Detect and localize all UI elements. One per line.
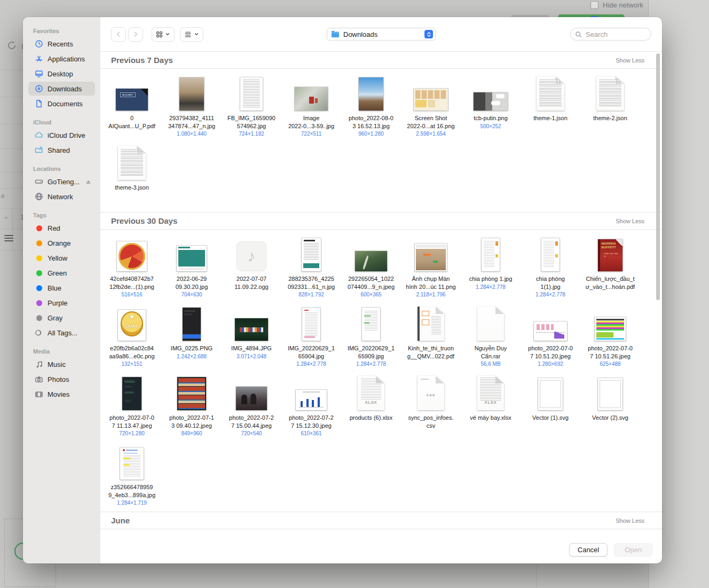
sidebar-item-gray[interactable]: Gray	[28, 311, 95, 325]
file-item[interactable]: Kinh_te_thi_truon g__QMV...022.pdf	[401, 303, 461, 373]
sidebar-item-gotieng[interactable]: GoTieng...	[28, 175, 95, 189]
file-info: 2.118×1.796	[416, 292, 445, 297]
sidebar-item-green[interactable]: Green	[28, 266, 95, 280]
sidebar-item-all-tags[interactable]: All Tags...	[28, 326, 95, 340]
file-item[interactable]: photo_2022-07-0 7 10.51.26.jpeg625×488	[580, 303, 640, 373]
sidebar-section-label: Tags	[23, 209, 100, 221]
tag-dot-icon	[36, 225, 42, 231]
file-info: 1.280×692	[538, 361, 563, 367]
icon-view-button[interactable]	[152, 27, 175, 42]
file-item[interactable]: tcb-putin.png500×252	[461, 73, 521, 143]
sidebar-item-photos[interactable]: Photos	[28, 372, 95, 386]
sidebar-item-red[interactable]: Red	[28, 221, 95, 235]
sidebar-item-recents[interactable]: Recents	[28, 37, 95, 51]
sidebar-item-orange[interactable]: Orange	[28, 236, 95, 250]
file-item[interactable]: IMG_20220629_1 65909.jpg1.284×2.778	[341, 303, 401, 373]
file-item[interactable]: AIQUANT0 AIQuant...U_P.pdf	[102, 73, 162, 143]
file-item[interactable]: ★QUAYe20fb2b6a02c84 aa9a86...e0c.png132×…	[102, 303, 162, 373]
checkbox[interactable]	[590, 1, 598, 9]
file-item[interactable]: photo_2022-07-0 7 11.13.47.jpeg720×1.280	[102, 373, 162, 442]
sidebar-item-applications[interactable]: Applications	[28, 52, 95, 66]
stepper-icon	[424, 30, 433, 38]
file-name: photo_2022-07-0 7 10.51.20.jpeg	[528, 344, 573, 360]
file-item[interactable]: WARREN BUFFETTchiến lược đầu tưChiến_lượ…	[580, 234, 640, 303]
file-name: Image 2022-0...3-59..jpg	[288, 114, 334, 130]
file-item[interactable]: photo_2022-07-2 7 15.12.30.jpeg610×361	[281, 373, 341, 442]
file-item[interactable]: photo_2022-08-0 3 16.52.13.jpg960×1.280	[341, 73, 401, 143]
file-item[interactable]: theme-1.json	[521, 73, 580, 143]
file-item[interactable]: 292265054_1022 074409...9_n.jpeg600×365	[341, 234, 401, 303]
file-info: 1.284×2.778	[476, 284, 506, 290]
sidebar-item-music[interactable]: Music	[28, 357, 95, 371]
sidebar-item-icloud-drive[interactable]: iCloud Drive	[28, 128, 95, 142]
file-item[interactable]: chia phòng 1(1).jpg1.284×2.778	[521, 234, 580, 303]
file-item[interactable]: Image 2022-0...3-59..jpg722×511	[281, 73, 341, 143]
file-item[interactable]: photo_2022-07-2 7 15.00.44.jpeg720×540	[222, 373, 281, 442]
sidebar-item-documents[interactable]: Documents	[28, 97, 95, 111]
file-item[interactable]: theme-3.json	[102, 143, 162, 212]
file-item[interactable]: Screen Shot 2022-0...at 16.png2.598×1.65…	[401, 73, 461, 143]
sidebar-item-shared[interactable]: Shared	[28, 143, 95, 157]
search-field[interactable]	[570, 28, 651, 41]
sidebar-item-label: Red	[48, 224, 60, 232]
file-thumbnail	[474, 92, 508, 111]
file-item[interactable]: 2022-06-29 09.30.20.jpg704×630	[162, 234, 222, 303]
show-less-button[interactable]: Show Less	[616, 518, 644, 524]
section-header: Previous 30 DaysShow Less	[100, 212, 662, 230]
file-item[interactable]: Vector (1).svg	[521, 373, 580, 442]
sidebar-section-label: iCloud	[23, 116, 100, 128]
file-item[interactable]: photo_2022-07-1 3 09.40.12.jpeg849×960	[162, 373, 222, 442]
file-item[interactable]: FB_IMG_1659090 574962.jpg724×1.182	[222, 73, 281, 143]
open-button[interactable]: Open	[614, 543, 652, 556]
show-less-button[interactable]: Show Less	[616, 57, 644, 64]
file-item[interactable]: 288235376_4225 092331...61_n.jpg828×1.79…	[281, 234, 341, 303]
file-item[interactable]: theme-2.json	[580, 73, 640, 143]
clock-icon	[35, 40, 43, 48]
file-info: 600×365	[360, 292, 381, 297]
file-item[interactable]: 293794382_4111 347874...47_n.jpg1.080×1.…	[162, 73, 222, 143]
scrollbar-thumb[interactable]	[656, 53, 660, 300]
sidebar-item-network[interactable]: Network	[28, 190, 95, 203]
file-item[interactable]: XLSXproducts (6).xlsx	[341, 373, 401, 442]
sidebar-section-favorites: FavoritesRecentsApplicationsDesktopDownl…	[23, 25, 100, 111]
file-item[interactable]: IMG_0225.PNG1.242×2.688	[162, 303, 222, 373]
location-dropdown[interactable]: Downloads	[327, 28, 436, 41]
file-thumbnail	[537, 76, 564, 111]
reload-icon[interactable]	[7, 41, 17, 52]
show-less-button[interactable]: Show Less	[616, 218, 644, 224]
search-input[interactable]	[585, 30, 647, 39]
sidebar-item-purple[interactable]: Purple	[28, 296, 95, 310]
sidebar-item-label: Gray	[48, 314, 62, 322]
file-name: photo_2022-07-0 7 10.51.26.jpeg	[588, 344, 633, 360]
file-item[interactable]: IMG_20220629_1 65904.jpg1.284×2.778	[281, 303, 341, 373]
file-item[interactable]: ♪2022-07-07 11.09.22.ogg	[222, 234, 281, 303]
sidebar-item-blue[interactable]: Blue	[28, 281, 95, 295]
back-button[interactable]	[111, 27, 126, 42]
sidebar-item-movies[interactable]: Movies	[28, 387, 95, 401]
file-info: 724×1.182	[239, 131, 264, 137]
file-item[interactable]: IMG_4894.JPG3.071×2.048	[222, 303, 281, 373]
sidebar-item-yellow[interactable]: Yellow	[28, 251, 95, 265]
open-file-dialog: FavoritesRecentsApplicationsDesktopDownl…	[23, 17, 662, 563]
file-item[interactable]: Vector (2).svg	[580, 373, 640, 442]
file-item[interactable]: chia phòng 1.jpg1.284×2.778	[461, 234, 521, 303]
file-item[interactable]: csvsync_pos_infoes. csv	[401, 373, 461, 442]
forward-button[interactable]	[128, 27, 143, 42]
group-view-button[interactable]	[180, 27, 203, 42]
bg-cell: e	[1, 192, 5, 200]
file-item[interactable]: 42cefd408742b7 12fb2de...(1).png516×516	[102, 234, 162, 303]
file-name: chia phòng 1(1).jpg	[536, 275, 565, 291]
sidebar-item-desktop[interactable]: Desktop	[28, 67, 95, 81]
file-item[interactable]: Ảnh chụp Màn hình 20...úc 11.png2.118×1.…	[401, 234, 461, 303]
menu-icon[interactable]	[4, 235, 13, 241]
cancel-button[interactable]: Cancel	[569, 543, 608, 556]
tag-dot-icon	[36, 315, 42, 321]
sidebar-item-downloads[interactable]: Downloads	[28, 82, 95, 96]
file-item[interactable]: XLSXvé máy bay.xlsx	[461, 373, 521, 442]
eject-icon[interactable]	[84, 177, 92, 186]
alltags-icon	[35, 328, 43, 337]
file-item[interactable]: Nguyễn Duy Cẩn.rar56,6 MB	[461, 303, 521, 373]
file-item[interactable]: z352666478959 9_4eb3...899a.jpg1.284×1.7…	[102, 442, 162, 512]
file-name: 2022-06-29 09.30.20.jpg	[176, 275, 208, 291]
file-item[interactable]: photo_2022-07-0 7 10.51.20.jpeg1.280×692	[521, 303, 580, 373]
